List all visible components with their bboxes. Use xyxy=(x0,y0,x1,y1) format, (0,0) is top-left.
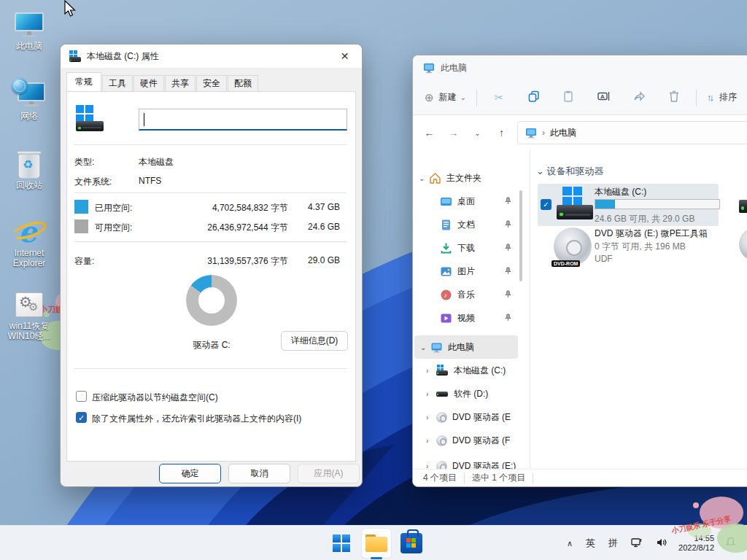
address-bar[interactable]: › 此电脑 xyxy=(517,121,747,144)
close-icon[interactable]: ✕ xyxy=(328,45,361,67)
collapse-icon[interactable]: ⌄ xyxy=(419,174,429,182)
delete-icon[interactable] xyxy=(657,90,692,104)
partial-drive-icon xyxy=(739,200,747,213)
desktop-icon-recycle-bin[interactable]: ♻ 回收站 xyxy=(1,148,57,190)
breadcrumb-separator: › xyxy=(542,128,545,138)
apply-button[interactable]: 应用(A) xyxy=(298,464,360,483)
index-checkbox[interactable]: ✓ xyxy=(76,412,87,423)
dvd-e-item[interactable]: DVD-ROM DVD 驱动器 (E:) 微PE工具箱 0 字节 可用, 共 1… xyxy=(538,226,719,268)
volume-label-input[interactable] xyxy=(139,109,347,131)
back-icon[interactable]: ← xyxy=(417,127,441,139)
status-selected: 选中 1 个项目 xyxy=(472,472,525,484)
nav-dvd-f[interactable]: › DVD 驱动器 (F xyxy=(413,429,519,452)
new-button[interactable]: 新建 xyxy=(439,91,457,104)
tray-clock[interactable]: 14:55 2022/8/12 xyxy=(674,534,719,553)
expand-icon[interactable]: › xyxy=(426,413,436,421)
tab-quota[interactable]: 配额 xyxy=(228,75,258,91)
collapse-icon[interactable]: ⌄ xyxy=(420,343,430,351)
address-pc-icon xyxy=(525,128,537,139)
breadcrumb-this-pc[interactable]: 此电脑 xyxy=(550,127,576,139)
up-icon[interactable]: ↑ xyxy=(489,127,514,139)
nav-music[interactable]: ♪ 音乐 xyxy=(413,283,519,306)
filesystem-value: NTFS xyxy=(139,176,161,186)
documents-icon xyxy=(440,219,452,231)
item-checkbox[interactable]: ✓ xyxy=(541,199,551,210)
tray-lang-en[interactable]: 英 xyxy=(579,537,602,550)
nav-drive-d[interactable]: › 软件 (D:) xyxy=(413,382,519,405)
desktop-icon-internet-explorer[interactable]: e InternetExplorer xyxy=(1,216,57,268)
used-bytes: 4,702,584,832 字节 xyxy=(212,202,288,214)
drive-d-icon xyxy=(436,388,449,400)
compress-checkbox[interactable] xyxy=(76,391,87,402)
expand-icon[interactable]: › xyxy=(426,437,436,445)
desktop-icon-this-pc[interactable]: 此电脑 xyxy=(1,9,57,51)
expand-icon[interactable]: › xyxy=(426,367,436,375)
recent-chevron-icon[interactable]: ⌄ xyxy=(465,129,489,137)
filesystem-label: 文件系统: xyxy=(74,176,112,188)
tab-general[interactable]: 常规 xyxy=(66,72,101,91)
nav-home[interactable]: ⌄ 主文件夹 xyxy=(413,166,519,190)
expand-icon[interactable]: › xyxy=(426,390,436,398)
taskbar-file-explorer[interactable] xyxy=(362,529,391,558)
sort-button[interactable]: 排序 xyxy=(719,91,737,104)
store-icon xyxy=(400,533,422,553)
nav-drive-c[interactable]: › 本地磁盘 (C:) xyxy=(413,359,519,382)
taskbar: ∧ 英 拼 14:55 2022/8/12 xyxy=(0,525,747,560)
volume-tray-icon[interactable] xyxy=(649,537,674,550)
group-header[interactable]: ⌄ 设备和驱动器 xyxy=(536,165,604,178)
share-icon[interactable] xyxy=(622,90,657,104)
nav-desktop[interactable]: 桌面 xyxy=(413,190,519,213)
notification-bell-icon[interactable] xyxy=(719,537,743,550)
start-button[interactable] xyxy=(327,529,356,558)
cancel-button[interactable]: 取消 xyxy=(228,464,290,483)
windows-logo-icon xyxy=(333,534,350,552)
network-icon xyxy=(1,79,57,111)
nav-scrollbar[interactable] xyxy=(519,190,522,281)
tray-chevron-icon[interactable]: ∧ xyxy=(560,539,579,548)
ok-button[interactable]: 确定 xyxy=(159,464,221,483)
drive-caption: 驱动器 C: xyxy=(186,339,237,351)
pin-icon xyxy=(504,314,512,322)
drive-c-item[interactable]: ✓ 本地磁盘 (C:) 24.6 GB 可用, 共 29.0 GB xyxy=(538,184,719,226)
nav-documents[interactable]: 文档 xyxy=(413,213,519,236)
rename-icon[interactable]: A xyxy=(587,90,622,104)
paste-icon[interactable] xyxy=(551,90,587,104)
nav-pictures[interactable]: 图片 xyxy=(413,260,519,283)
cut-icon[interactable]: ✂ xyxy=(481,91,516,104)
nav-videos[interactable]: 视频 xyxy=(413,306,519,330)
tab-hardware[interactable]: 硬件 xyxy=(133,75,164,91)
home-icon xyxy=(429,172,441,184)
this-pc-icon-small xyxy=(423,63,435,74)
desktop-icon-network[interactable]: 网络 xyxy=(1,79,57,121)
tray-time: 14:55 xyxy=(678,534,714,543)
expand-icon[interactable]: › xyxy=(426,462,436,470)
details-button[interactable]: 详细信息(D) xyxy=(281,331,348,351)
copy-icon[interactable] xyxy=(516,90,551,104)
tab-sharing[interactable]: 共享 xyxy=(165,75,196,91)
free-gb: 24.6 GB xyxy=(308,222,340,232)
usage-donut-chart xyxy=(186,275,237,326)
tab-tools[interactable]: 工具 xyxy=(102,75,133,91)
nav-this-pc[interactable]: ⌄ 此电脑 xyxy=(414,335,518,359)
dvd-icon xyxy=(436,412,447,423)
network-tray-icon[interactable] xyxy=(624,537,649,550)
status-items: 4 个项目 xyxy=(423,472,457,484)
tray-lang-pinyin[interactable]: 拼 xyxy=(602,537,624,550)
type-value: 本地磁盘 xyxy=(139,156,174,168)
new-icon[interactable]: ⊕ xyxy=(425,91,434,104)
gears-icon: ⚙⚙ xyxy=(1,289,57,321)
tray-date: 2022/8/12 xyxy=(678,543,714,553)
mouse-cursor xyxy=(63,0,77,19)
tab-security[interactable]: 安全 xyxy=(196,75,227,91)
desktop-icon-win11-restore[interactable]: ⚙⚙ win11恢复WIN10经... xyxy=(1,289,57,341)
pin-icon xyxy=(504,220,512,228)
capacity-gb: 29.0 GB xyxy=(308,255,340,265)
taskbar-store[interactable] xyxy=(397,529,426,558)
explorer-titlebar[interactable]: 此电脑 xyxy=(413,55,747,80)
forward-icon[interactable]: → xyxy=(441,127,465,139)
explorer-window: 此电脑 ⊕ 新建 ⌄ ✂ A ↑↓ 排序 ← → ⌄ ↑ › xyxy=(412,55,747,487)
dialog-titlebar[interactable]: 本地磁盘 (C:) 属性 ✕ xyxy=(61,44,362,68)
nav-downloads[interactable]: 下载 xyxy=(413,236,519,260)
nav-dvd-e[interactable]: › DVD 驱动器 (E xyxy=(413,405,519,429)
nav-dvd-e2[interactable]: › DVD 驱动器 (E:) xyxy=(413,454,519,469)
